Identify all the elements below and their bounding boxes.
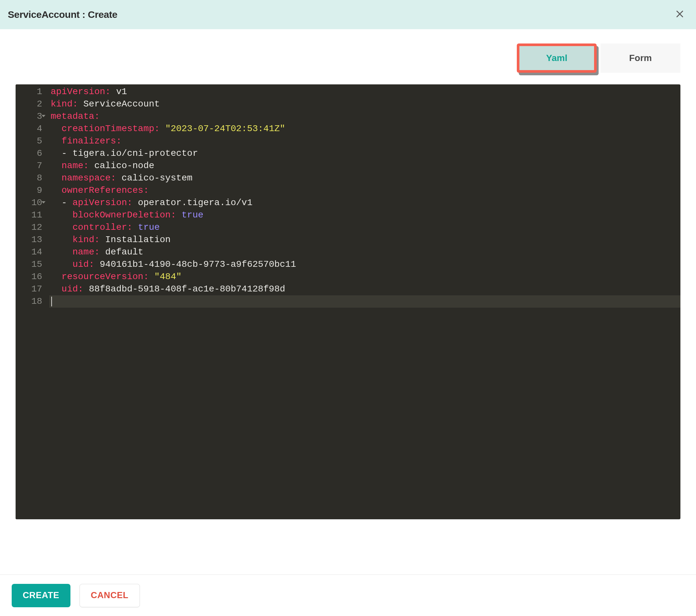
code-line[interactable]: kind: ServiceAccount	[49, 98, 680, 110]
code-token: calico-node	[89, 161, 155, 171]
tab-form-label: Form	[629, 53, 652, 63]
tabstrip: Yaml Form	[0, 29, 696, 73]
code-token: true	[181, 210, 203, 220]
code-line[interactable]: creationTimestamp: "2023-07-24T02:53:41Z…	[49, 123, 680, 135]
code-token: controller:	[73, 222, 132, 232]
code-token	[149, 272, 154, 282]
code-line[interactable]: - apiVersion: operator.tigera.io/v1	[49, 197, 680, 209]
code-token: creationTimestamp:	[62, 124, 160, 134]
code-line[interactable]: ownerReferences:	[49, 184, 680, 197]
gutter-line: 15	[16, 258, 42, 271]
tab-yaml-label: Yaml	[546, 53, 567, 63]
code-token: 940161b1-4190-48cb-9773-a9f62570bc11	[94, 259, 296, 269]
code-token	[176, 210, 181, 220]
gutter-line: 18	[16, 295, 42, 308]
code-token: metadata:	[51, 111, 100, 121]
code-token	[51, 148, 62, 158]
gutter-line: 14	[16, 246, 42, 258]
gutter-line: 12	[16, 221, 42, 234]
code-token: "484"	[154, 272, 181, 282]
code-token: v1	[111, 86, 127, 97]
gutter-line: 13	[16, 234, 42, 246]
gutter-line: 5	[16, 135, 42, 147]
code-token	[160, 124, 165, 134]
code-token: calico-system	[116, 173, 192, 183]
close-icon	[675, 9, 685, 20]
gutter-line: 9	[16, 184, 42, 197]
gutter-line: 4	[16, 123, 42, 135]
code-token	[51, 247, 73, 257]
code-token: uid:	[73, 259, 94, 269]
code-token	[51, 222, 73, 232]
code-token	[51, 136, 62, 146]
code-token: 88f8adbd-5918-408f-ac1e-80b74128f98d	[83, 284, 285, 294]
code-token	[51, 198, 62, 208]
code-line[interactable]: blockOwnerDeletion: true	[49, 209, 680, 221]
code-line[interactable]: namespace: calico-system	[49, 172, 680, 184]
code-token	[51, 210, 73, 220]
code-line[interactable]: name: default	[49, 246, 680, 258]
code-line[interactable]	[49, 295, 680, 308]
code-token	[51, 185, 62, 195]
code-line[interactable]: controller: true	[49, 221, 680, 234]
code-token	[51, 259, 73, 269]
code-line[interactable]: kind: Installation	[49, 234, 680, 246]
code-token	[132, 222, 138, 232]
code-token	[51, 235, 73, 245]
gutter-line: 16	[16, 271, 42, 283]
code-token: apiVersion:	[73, 198, 132, 208]
code-token	[51, 173, 62, 183]
cancel-button[interactable]: CANCEL	[80, 584, 140, 607]
gutter-line: 7	[16, 160, 42, 172]
code-token: uid:	[62, 284, 83, 294]
code-line[interactable]: apiVersion: v1	[49, 86, 680, 98]
code-token	[51, 284, 62, 294]
gutter-line: 3	[16, 110, 42, 123]
code-token: name:	[62, 161, 89, 171]
tab-form[interactable]: Form	[601, 44, 680, 73]
code-line[interactable]: name: calico-node	[49, 160, 680, 172]
gutter-line: 17	[16, 283, 42, 295]
gutter-line: 10	[16, 197, 42, 209]
code-token: kind:	[51, 99, 78, 109]
tab-yaml[interactable]: Yaml	[517, 44, 597, 73]
dialog-header: ServiceAccount : Create	[0, 0, 696, 29]
code-token: true	[138, 222, 160, 232]
gutter-line: 1	[16, 86, 42, 98]
code-line[interactable]: uid: 88f8adbd-5918-408f-ac1e-80b74128f98…	[49, 283, 680, 295]
code-token	[51, 161, 62, 171]
gutter-line: 11	[16, 209, 42, 221]
code-token: ownerReferences:	[62, 185, 149, 195]
close-button[interactable]	[674, 9, 685, 20]
code-token: default	[100, 247, 143, 257]
code-line[interactable]: finalizers:	[49, 135, 680, 147]
code-line[interactable]: - tigera.io/cni-protector	[49, 147, 680, 160]
cancel-button-label: CANCEL	[91, 590, 129, 600]
code-token: operator.tigera.io/v1	[132, 198, 253, 208]
code-line[interactable]: resourceVersion: "484"	[49, 271, 680, 283]
dialog-title: ServiceAccount : Create	[8, 9, 117, 20]
gutter-line: 8	[16, 172, 42, 184]
editor-gutter: 123456789101112131415161718	[16, 84, 47, 519]
create-button-label: CREATE	[23, 590, 59, 600]
code-token: "2023-07-24T02:53:41Z"	[165, 124, 285, 134]
dialog-footer: CREATE CANCEL	[0, 574, 696, 616]
yaml-editor[interactable]: 123456789101112131415161718 apiVersion: …	[16, 84, 680, 519]
code-token: Installation	[100, 235, 171, 245]
code-token: ServiceAccount	[78, 99, 160, 109]
code-token: -	[62, 198, 73, 208]
create-button[interactable]: CREATE	[12, 584, 70, 607]
code-token: -	[62, 148, 73, 158]
code-token: name:	[73, 247, 100, 257]
editor-code[interactable]: apiVersion: v1kind: ServiceAccountmetada…	[47, 84, 680, 519]
gutter-line: 2	[16, 98, 42, 110]
code-token: kind:	[73, 235, 100, 245]
code-token: resourceVersion:	[62, 272, 149, 282]
code-token: namespace:	[62, 173, 116, 183]
code-token: blockOwnerDeletion:	[73, 210, 176, 220]
gutter-line: 6	[16, 147, 42, 160]
editor-caret	[51, 297, 52, 306]
code-line[interactable]: uid: 940161b1-4190-48cb-9773-a9f62570bc1…	[49, 258, 680, 271]
code-token	[51, 272, 62, 282]
code-line[interactable]: metadata:	[49, 110, 680, 123]
